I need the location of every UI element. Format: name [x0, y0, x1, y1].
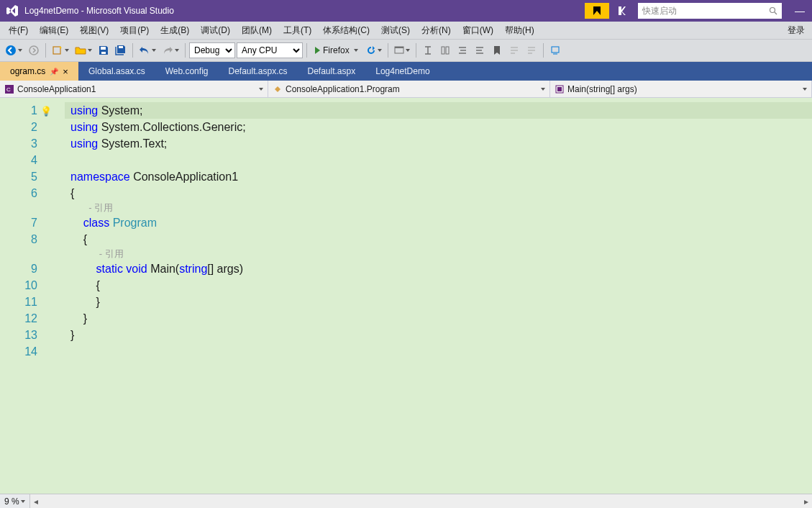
menu-test[interactable]: 测试(S)	[375, 22, 416, 39]
vs-logo-icon	[0, 4, 24, 17]
line-number: 11	[0, 294, 37, 310]
nav-back-button[interactable]	[3, 42, 24, 58]
class-icon	[273, 84, 283, 94]
nav-member-label: Main(string[] args)	[567, 84, 637, 94]
line-number: 10	[0, 277, 37, 294]
code-line: }	[70, 310, 812, 327]
svg-rect-6	[101, 52, 106, 54]
tab-global-asax[interactable]: Global.asax.cs	[78, 62, 155, 81]
feedback-icon[interactable]	[585, 3, 609, 19]
codelens-references[interactable]: - 引用	[70, 201, 812, 214]
code-nav-bar: C ConsoleApplication1 ConsoleApplication…	[0, 81, 812, 98]
new-project-button[interactable]	[50, 42, 71, 58]
save-all-button[interactable]	[113, 42, 129, 58]
menu-edit[interactable]: 编辑(E)	[34, 22, 74, 39]
quick-launch-input[interactable]: 快速启动	[638, 3, 782, 19]
quick-launch-placeholder: 快速启动	[642, 5, 769, 17]
indent-left-button[interactable]	[455, 42, 470, 58]
editor-margin	[43, 98, 65, 494]
svg-point-3	[29, 46, 38, 55]
code-line: using System;	[65, 102, 812, 119]
code-line: static void Main(string[] args)	[70, 260, 812, 277]
nav-forward-button[interactable]	[26, 42, 42, 58]
tab-program-cs[interactable]: ogram.cs 📌 ×	[0, 62, 78, 81]
config-select[interactable]: Debug	[189, 42, 235, 58]
tab-label: Web.config	[165, 66, 209, 76]
nav-scope-select[interactable]: C ConsoleApplication1	[0, 81, 268, 97]
indent-right-button[interactable]	[472, 42, 488, 58]
codelens-references[interactable]: - 引用	[70, 248, 812, 260]
tab-log4netdemo[interactable]: Log4netDemo	[365, 62, 439, 81]
start-debug-button[interactable]: Firefox	[311, 42, 362, 58]
horizontal-scrollbar[interactable]: ◂ ▸	[30, 494, 812, 508]
browser-link-button[interactable]	[392, 42, 412, 58]
menu-view[interactable]: 视图(V)	[74, 22, 114, 39]
menu-help[interactable]: 帮助(H)	[499, 22, 540, 39]
menu-build[interactable]: 生成(B)	[155, 22, 195, 39]
zoom-select[interactable]: 9 %	[0, 494, 30, 508]
tab-label: Log4netDemo	[375, 66, 429, 76]
nav-type-select[interactable]: ConsoleApplication1.Program	[268, 81, 550, 97]
scroll-right-icon[interactable]: ▸	[800, 494, 812, 508]
bookmark-button[interactable]	[489, 42, 505, 58]
menu-window[interactable]: 窗口(W)	[457, 22, 499, 39]
line-number: 1	[0, 102, 37, 119]
step-over-button[interactable]	[437, 42, 453, 58]
save-button[interactable]	[96, 42, 111, 58]
nav-type-label: ConsoleApplication1.Program	[286, 84, 400, 94]
pin-icon[interactable]: 📌	[50, 68, 58, 76]
line-number: 3	[0, 135, 37, 152]
line-number: 9	[0, 260, 37, 277]
line-number: 7	[0, 214, 37, 231]
code-line: namespace ConsoleApplication1	[70, 168, 812, 185]
undo-button[interactable]	[137, 42, 158, 58]
svg-line-1	[775, 12, 777, 14]
code-line: }	[70, 327, 812, 343]
csharp-project-icon: C	[4, 84, 14, 94]
svg-rect-9	[395, 47, 403, 48]
code-editor[interactable]: 1 2 3 4 5 6 7 8 9 10 11 12 13 14 using S…	[0, 98, 812, 494]
step-into-button[interactable]	[420, 42, 436, 58]
menu-team[interactable]: 团队(M)	[236, 22, 278, 39]
tab-label: Global.asax.cs	[88, 66, 145, 76]
menu-project[interactable]: 项目(P)	[114, 22, 155, 39]
tab-label: Default.aspx	[308, 66, 356, 76]
menu-file[interactable]: 件(F)	[3, 22, 34, 39]
refresh-button[interactable]	[364, 42, 384, 58]
toolbar: Debug Any CPU Firefox	[0, 39, 812, 62]
nav-member-select[interactable]: Main(string[] args)	[550, 81, 812, 97]
svg-rect-4	[53, 47, 60, 54]
svg-rect-10	[442, 47, 444, 54]
line-number: 14	[0, 343, 37, 360]
window-title: Log4netDemo - Microsoft Visual Studio	[24, 6, 180, 16]
method-icon	[555, 84, 565, 94]
menu-debug[interactable]: 调试(D)	[195, 22, 236, 39]
menu-tools[interactable]: 工具(T)	[278, 22, 317, 39]
menu-bar: 件(F) 编辑(E) 视图(V) 项目(P) 生成(B) 调试(D) 团队(M)…	[0, 22, 812, 39]
tab-web-config[interactable]: Web.config	[155, 62, 219, 81]
open-file-button[interactable]	[73, 42, 94, 58]
tab-default-aspx-cs[interactable]: Default.aspx.cs	[218, 62, 297, 81]
minimize-button[interactable]: —	[788, 5, 812, 17]
code-line: {	[70, 277, 812, 294]
comment-button[interactable]	[506, 42, 522, 58]
notifications-icon[interactable]	[612, 6, 632, 16]
svg-point-0	[770, 8, 775, 13]
svg-rect-12	[552, 47, 559, 53]
menu-analyze[interactable]: 分析(N)	[416, 22, 457, 39]
code-line: }	[70, 294, 812, 310]
platform-select[interactable]: Any CPU	[237, 42, 303, 58]
code-line: {	[70, 231, 812, 248]
find-button[interactable]	[547, 42, 563, 58]
scroll-left-icon[interactable]: ◂	[30, 494, 42, 508]
sign-in-link[interactable]: 登录	[783, 24, 809, 37]
tab-default-aspx[interactable]: Default.aspx	[298, 62, 366, 81]
redo-button[interactable]	[160, 42, 181, 58]
code-area[interactable]: using System; using System.Collections.G…	[65, 98, 812, 494]
uncomment-button[interactable]	[524, 42, 539, 58]
menu-architecture[interactable]: 体系结构(C)	[317, 22, 375, 39]
document-tab-bar: ogram.cs 📌 × Global.asax.cs Web.config D…	[0, 62, 812, 81]
title-bar: Log4netDemo - Microsoft Visual Studio 快速…	[0, 0, 812, 22]
search-icon	[769, 6, 777, 15]
close-icon[interactable]: ×	[63, 66, 68, 77]
